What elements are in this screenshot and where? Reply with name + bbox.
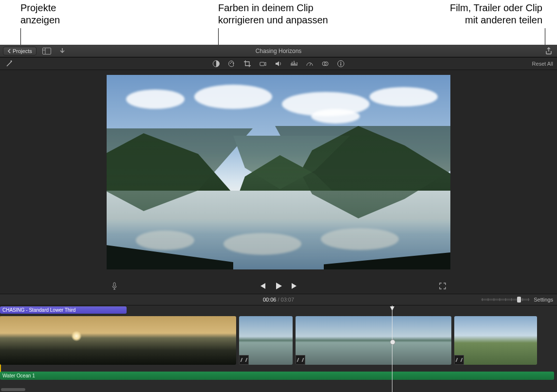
camera-icon [259,60,267,68]
callout-projects: Projekteanzeigen [20,2,108,26]
audio-clip[interactable]: Water Ocean 1 [0,372,554,380]
time-sep: / [276,297,280,303]
stabilization-button[interactable] [259,59,267,68]
timeline-scrollbar[interactable] [1,388,25,391]
noise-reduction-button[interactable] [290,59,298,68]
transport-bar [0,282,557,290]
video-clip[interactable] [0,316,236,365]
fullscreen-icon [439,283,446,289]
microphone-icon [111,282,117,290]
video-clip[interactable] [454,316,537,365]
crop-button[interactable] [243,59,252,68]
svg-point-4 [230,63,231,64]
svg-rect-7 [260,62,264,66]
svg-point-5 [231,62,232,63]
fullscreen-button[interactable] [437,281,448,291]
palette-icon [228,60,236,68]
svg-point-6 [233,63,234,64]
color-correction-button[interactable] [227,59,236,68]
time-current: 00:06 [263,297,277,303]
svg-rect-0 [42,48,51,54]
time-row: 00:06 / 03:07 Settings [0,294,557,305]
title-clip-label: CHASING - Standard Lower Third [2,307,75,313]
info-icon [337,60,345,68]
transition-icon[interactable] [454,355,464,365]
play-button[interactable] [275,282,282,290]
equalizer-icon [290,60,298,68]
adjustment-tools [0,59,557,68]
overlap-circles-icon [321,60,329,68]
volume-button[interactable] [274,59,283,68]
projects-label: Projects [13,48,32,54]
speed-button[interactable] [305,59,314,68]
crop-icon [243,60,251,68]
playhead-knob[interactable] [390,339,395,345]
media-browser-icon [42,48,51,54]
info-button[interactable] [336,59,345,68]
zoom-knob[interactable] [517,297,521,303]
video-track [0,316,557,365]
volume-icon [275,60,282,68]
next-button[interactable] [291,283,298,289]
title-clip[interactable]: CHASING - Standard Lower Third [0,306,127,314]
audio-clip-label: Water Ocean 1 [2,373,35,378]
callout-share: Film, Trailer oder Clipmit anderen teile… [416,2,542,26]
callout-color: Farben in deinem Clipkorrigieren und anp… [218,2,374,26]
transition-icon[interactable] [296,355,305,365]
time-duration: 03:07 [281,297,295,303]
timeline[interactable]: CHASING - Standard Lower Third Water Oce… [0,305,557,392]
clip-filter-button[interactable] [321,59,330,68]
color-balance-button[interactable] [212,59,221,68]
toolbar: Projects Chasing Horizons [0,45,557,57]
previous-button[interactable] [259,283,266,289]
voiceover-button[interactable] [109,281,120,291]
project-title: Chasing Horizons [0,48,557,54]
play-icon [275,282,282,290]
color-balance-icon [212,60,220,68]
viewer [0,70,557,294]
share-icon [545,47,553,55]
svg-rect-12 [113,283,115,286]
import-button[interactable] [57,46,68,56]
previous-icon [259,283,266,289]
playhead[interactable] [392,305,392,392]
svg-point-11 [340,62,341,63]
chevron-left-icon [7,49,11,53]
zoom-slider[interactable] [481,299,530,301]
imovie-window: Projects Chasing Horizons [0,45,557,392]
video-clip[interactable] [296,316,451,365]
speedometer-icon [306,60,314,68]
next-icon [291,283,298,289]
annotation-callouts: Projekteanzeigen Farben in deinem Clipko… [0,0,557,45]
projects-button[interactable]: Projects [3,47,37,55]
playhead-time: 00:06 / 03:07 [0,297,557,303]
transition-icon[interactable] [239,355,249,365]
share-button[interactable] [543,46,554,56]
preview-frame [107,75,450,269]
video-clip[interactable] [239,316,293,365]
media-browser-button[interactable] [41,46,52,56]
editbar: Reset All [0,57,557,70]
import-arrow-icon [59,48,65,54]
